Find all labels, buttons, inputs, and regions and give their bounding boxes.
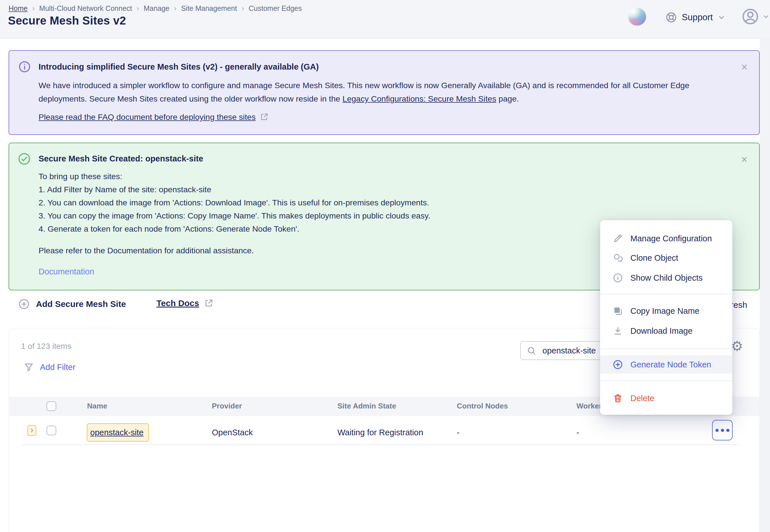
info-icon [18, 60, 31, 73]
table-settings-gear-icon[interactable]: ⚙ [731, 339, 743, 353]
support-label: Support [682, 12, 713, 23]
ellipsis-dot [721, 429, 724, 432]
menu-item-download-image[interactable]: Download Image [600, 322, 732, 340]
site-name-link[interactable]: openstack-site [90, 428, 143, 437]
menu-item-label: Delete [631, 394, 654, 403]
row-checkbox[interactable] [46, 426, 56, 435]
menu-item-label: Download Image [631, 326, 693, 336]
success-banner-intro: To bring up these sites: [39, 171, 122, 182]
menu-item-manage-configuration[interactable]: Manage Configuration [600, 229, 732, 248]
column-header-site-admin-state[interactable]: Site Admin State [338, 402, 396, 410]
breadcrumb-separator: › [136, 4, 139, 13]
success-step-1: 1. Add Filter by Name of the site: opens… [39, 184, 211, 195]
add-filter-button[interactable]: Add Filter [23, 362, 75, 373]
success-banner-title: Secure Mesh Site Created: openstack-site [39, 154, 203, 163]
breadcrumb-home[interactable]: Home [9, 4, 28, 13]
row-site-admin-state: Waiting for Registration [338, 428, 423, 437]
breadcrumb-mcn-connect[interactable]: Multi-Cloud Network Connect [39, 4, 132, 13]
external-link-icon [204, 298, 214, 308]
trash-icon [613, 393, 623, 403]
breadcrumb-separator: › [32, 4, 35, 13]
tech-docs-label: Tech Docs [156, 298, 199, 308]
column-header-provider[interactable]: Provider [212, 402, 242, 410]
column-header-name[interactable]: Name [87, 402, 107, 410]
row-divider [21, 444, 738, 445]
breadcrumb-manage[interactable]: Manage [143, 4, 169, 13]
success-step-3: 3. You can copy the image from 'Actions:… [39, 210, 430, 221]
plus-circle-icon [613, 359, 623, 370]
actions-context-menu: Manage Configuration Clone Object Show C… [600, 220, 732, 415]
check-circle-icon [18, 152, 31, 165]
breadcrumb-site-management[interactable]: Site Management [181, 4, 237, 13]
ellipsis-dot [716, 429, 719, 432]
user-avatar-icon [741, 7, 759, 26]
row-actions-button[interactable] [712, 420, 733, 440]
legacy-configurations-link[interactable]: Legacy Configurations: Secure Mesh Sites [343, 94, 496, 103]
ellipsis-dot [726, 429, 729, 432]
row-expand-chevron[interactable] [27, 425, 36, 436]
menu-divider [600, 349, 732, 349]
page-gutter [760, 38, 770, 532]
select-all-checkbox[interactable] [46, 401, 56, 411]
menu-item-label: Generate Node Token [631, 360, 711, 369]
row-control-nodes: - [457, 428, 460, 437]
pencil-icon [613, 233, 623, 244]
info-banner-title: Introducing simplified Secure Mesh Sites… [39, 62, 319, 72]
filter-funnel-icon [23, 362, 34, 373]
plus-circle-icon [18, 298, 30, 310]
menu-item-label: Show Child Objects [631, 273, 703, 283]
success-step-2: 2. You can download the image from 'Acti… [39, 197, 429, 208]
row-provider: OpenStack [212, 428, 253, 437]
menu-item-copy-image-name[interactable]: Copy Image Name [600, 302, 732, 320]
tech-docs-link[interactable]: Tech Docs [156, 298, 214, 308]
success-step-4: 4. Generate a token for each node from '… [39, 223, 299, 234]
menu-divider [600, 381, 732, 381]
faq-link-row: Please read the FAQ document before depl… [39, 111, 269, 123]
clone-icon [613, 253, 623, 263]
info-banner-body-tail: page. [496, 94, 519, 103]
add-secure-mesh-site-button[interactable]: Add Secure Mesh Site [18, 298, 126, 310]
success-banner-refer: Please refer to the Documentation for ad… [39, 245, 254, 256]
menu-item-clone-object[interactable]: Clone Object [600, 249, 732, 267]
faq-link[interactable]: Please read the FAQ document before depl… [39, 111, 256, 123]
row-name-highlight: openstack-site [87, 423, 149, 442]
menu-item-show-child-objects[interactable]: Show Child Objects [600, 269, 732, 287]
external-link-icon [260, 112, 269, 122]
documentation-link[interactable]: Documentation [39, 267, 94, 276]
page-title: Secure Mesh Sites v2 [8, 14, 126, 27]
chevron-down-icon [762, 13, 770, 20]
add-secure-mesh-site-label: Add Secure Mesh Site [36, 299, 126, 309]
life-ring-icon [665, 11, 677, 23]
menu-item-label: Manage Configuration [631, 234, 712, 243]
menu-item-label: Copy Image Name [631, 306, 700, 316]
assistant-orb-icon[interactable] [628, 8, 646, 26]
info-banner-body: We have introduced a simpler workflow to… [39, 79, 722, 106]
breadcrumb-separator: › [174, 4, 177, 13]
row-worker-nodes: - [576, 428, 579, 437]
copy-icon [613, 306, 623, 316]
success-banner-close-icon[interactable]: × [741, 155, 747, 164]
info-circle-icon [613, 273, 623, 283]
item-count: 1 of 123 items [21, 342, 71, 351]
add-filter-label: Add Filter [40, 363, 75, 372]
account-menu[interactable] [741, 7, 770, 26]
support-menu[interactable]: Support [665, 11, 726, 23]
menu-item-label: Clone Object [631, 253, 678, 263]
menu-divider [600, 294, 732, 294]
menu-item-delete[interactable]: Delete [600, 389, 732, 407]
chevron-down-icon [718, 13, 726, 21]
breadcrumb-customer-edges[interactable]: Customer Edges [249, 4, 302, 13]
column-header-control-nodes[interactable]: Control Nodes [457, 402, 508, 410]
info-banner-close-icon[interactable]: × [741, 63, 747, 71]
download-icon [613, 326, 623, 336]
breadcrumb: Home › Multi-Cloud Network Connect › Man… [9, 4, 302, 13]
page: Home › Multi-Cloud Network Connect › Man… [0, 0, 770, 532]
breadcrumb-separator: › [242, 4, 244, 13]
menu-item-generate-node-token[interactable]: Generate Node Token [600, 355, 732, 374]
